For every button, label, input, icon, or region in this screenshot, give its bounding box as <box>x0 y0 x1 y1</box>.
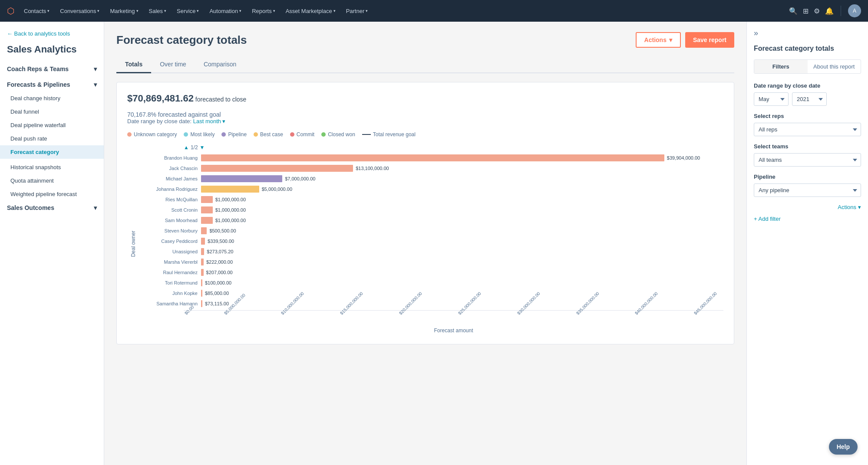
panel-actions-label: Actions <box>838 204 856 210</box>
pagination-down[interactable]: ▼ <box>200 144 205 151</box>
filter-pipeline-select[interactable]: Any pipeline <box>754 183 861 197</box>
bar-fill <box>201 248 204 255</box>
bar-value: $5,000,000.00 <box>262 187 292 192</box>
sidebar-item-deal-funnel[interactable]: Deal funnel <box>0 105 104 118</box>
grid-icon[interactable]: ⊞ <box>803 7 809 15</box>
legend-unknown-label: Unknown category <box>134 131 177 138</box>
tab-comparison[interactable]: Comparison <box>195 56 245 73</box>
save-report-button[interactable]: Save report <box>685 32 734 48</box>
tab-over-time[interactable]: Over time <box>151 56 195 73</box>
outcomes-section-chevron: ▾ <box>94 204 97 211</box>
right-panel-title: Forecast category totals <box>754 45 861 52</box>
x-tick: $25,000,000.00 <box>457 312 488 317</box>
filter-teams-select[interactable]: All teams <box>754 153 861 167</box>
back-to-analytics-link[interactable]: ← Back to analytics tools <box>7 30 97 37</box>
sidebar-item-deal-pipeline-waterfall[interactable]: Deal pipeline waterfall <box>0 118 104 132</box>
nav-sales[interactable]: Sales ▾ <box>145 5 171 17</box>
bar-fill <box>201 217 213 224</box>
bar-value: $73,115.00 <box>205 301 229 306</box>
chart-bar-row: Scott Cronin$1,000,000.00 <box>145 206 723 214</box>
back-link-container: ← Back to analytics tools <box>0 30 104 44</box>
filter-teams-label: Select teams <box>754 143 861 150</box>
bar-fill <box>201 290 202 297</box>
sidebar-item-historical-snapshots[interactable]: Historical snapshots <box>0 160 104 174</box>
chart-bar-row: Michael James$7,000,000.00 <box>145 175 723 183</box>
legend-unknown: Unknown category <box>127 131 177 138</box>
nav-automation[interactable]: Automation ▾ <box>205 5 246 17</box>
bar-area: $39,904,000.00 <box>201 154 723 162</box>
nav-divider <box>841 6 841 16</box>
nav-reports[interactable]: Reports ▾ <box>248 5 280 17</box>
nav-conversations[interactable]: Conversations ▾ <box>56 5 104 17</box>
bar-value: $222,000.00 <box>206 259 233 265</box>
actions-button[interactable]: Actions ▾ <box>636 32 681 48</box>
panel-actions-link[interactable]: Actions ▾ <box>838 204 861 210</box>
sidebar: ← Back to analytics tools Sales Analytic… <box>0 22 104 465</box>
app-layout: ← Back to analytics tools Sales Analytic… <box>0 22 868 465</box>
filter-year-select[interactable]: 2021202020222023 <box>792 92 827 106</box>
x-tick: $35,000,000.00 <box>575 312 606 317</box>
bar-value: $39,904,000.00 <box>667 155 700 160</box>
sidebar-item-deal-push-rate[interactable]: Deal push rate <box>0 132 104 145</box>
nav-marketplace[interactable]: Asset Marketplace ▾ <box>281 5 340 17</box>
sidebar-item-quota-attainment[interactable]: Quota attainment <box>0 174 104 187</box>
bar-value: $100,000.00 <box>205 280 231 285</box>
pagination-up[interactable]: ▲ <box>184 144 189 151</box>
x-tick: $45,000,000.00 <box>693 312 723 317</box>
bar-value: $500,500.00 <box>209 228 236 233</box>
panel-tab-filters[interactable]: Filters <box>754 60 808 73</box>
legend-closed-won-dot <box>321 132 326 137</box>
nav-partner[interactable]: Partner ▾ <box>342 5 373 17</box>
sidebar-item-weighted-pipeline[interactable]: Weighted pipeline forecast <box>0 187 104 201</box>
bar-label: Jack Chascin <box>145 166 201 171</box>
bar-area: $500,500.00 <box>201 227 723 235</box>
panel-actions-chevron: ▾ <box>858 204 861 210</box>
main-content: Forecast category totals Actions ▾ Save … <box>104 22 746 465</box>
page-title: Forecast category totals <box>116 33 247 47</box>
date-range-chevron: ▾ <box>222 118 225 124</box>
legend-best-case: Best case <box>254 131 283 138</box>
user-avatar[interactable]: A <box>848 4 861 17</box>
bar-value: $207,000.00 <box>206 270 233 275</box>
filter-teams: Select teams All teams <box>754 143 861 167</box>
sidebar-section-forecasts-header[interactable]: Forecasts & Pipelines ▾ <box>0 78 104 92</box>
sidebar-item-forecast-category[interactable]: Forecast category <box>0 145 104 159</box>
nav-contacts[interactable]: Contacts ▾ <box>20 5 54 17</box>
bar-chart-container: Deal owner Brandon Huang$39,904,000.00Ja… <box>127 154 723 334</box>
bar-label: Casey Peddicord <box>145 239 201 244</box>
collapse-panel-button[interactable]: » <box>754 29 861 38</box>
bar-label: Raul Hernandez <box>145 270 201 275</box>
filter-pipeline-label: Pipeline <box>754 174 861 180</box>
sidebar-item-deal-change-history[interactable]: Deal change history <box>0 92 104 105</box>
sidebar-section-coach-header[interactable]: Coach Reps & Teams ▾ <box>0 62 104 76</box>
chart-legend: Unknown category Most likely Pipeline Be… <box>127 131 723 138</box>
add-filter-button[interactable]: + Add filter <box>754 216 861 222</box>
legend-unknown-dot <box>127 132 132 137</box>
search-icon[interactable]: 🔍 <box>789 7 798 15</box>
help-button[interactable]: Help <box>829 439 858 455</box>
panel-tab-about[interactable]: About this report <box>808 60 861 73</box>
chart-bar-row: Ries McQuillan$1,000,000.00 <box>145 196 723 203</box>
tab-totals[interactable]: Totals <box>116 56 151 73</box>
bar-value: $1,000,000.00 <box>215 218 246 223</box>
nav-marketing[interactable]: Marketing ▾ <box>106 5 142 17</box>
bar-label: Ries McQuillan <box>145 197 201 202</box>
chart-bar-row: Raul Hernandez$207,000.00 <box>145 269 723 276</box>
bar-label: John Kopke <box>145 291 201 296</box>
settings-icon[interactable]: ⚙ <box>814 7 820 15</box>
date-range-value: Last month <box>193 118 221 124</box>
panel-actions-row: Actions ▾ <box>754 204 861 210</box>
date-range-link[interactable]: Last month ▾ <box>193 118 225 124</box>
bar-area: $7,000,000.00 <box>201 175 723 183</box>
chart-bar-row: Johanna Rodriguez$5,000,000.00 <box>145 185 723 193</box>
nav-service[interactable]: Service ▾ <box>172 5 203 17</box>
sidebar-section-outcomes-header[interactable]: Sales Outcomes ▾ <box>0 201 104 215</box>
bell-icon[interactable]: 🔔 <box>825 7 834 15</box>
hubspot-logo[interactable]: ⬡ <box>7 6 14 16</box>
legend-closed-won: Closed won <box>321 131 355 138</box>
filter-reps-select[interactable]: All reps <box>754 123 861 136</box>
bar-value: $273,075.20 <box>207 249 233 254</box>
x-tick: $20,000,000.00 <box>398 312 429 317</box>
filter-month-select[interactable]: May JanuaryFebruaryMarch AprilJuneJuly A… <box>754 92 789 106</box>
filter-reps-label: Select reps <box>754 113 861 119</box>
